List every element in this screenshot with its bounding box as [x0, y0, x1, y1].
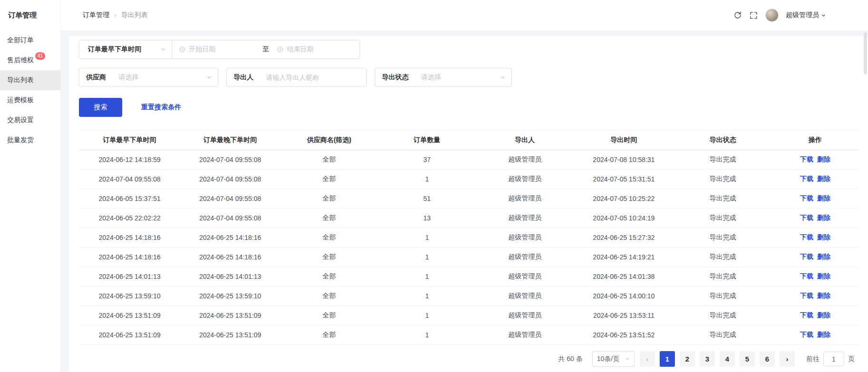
- table-cell-actions: 下载删除: [772, 286, 858, 306]
- delete-link[interactable]: 删除: [817, 331, 830, 338]
- delete-link[interactable]: 删除: [817, 175, 830, 182]
- table-cell: 37: [378, 150, 476, 170]
- search-button[interactable]: 搜索: [79, 98, 122, 117]
- page-button-5[interactable]: 5: [740, 351, 755, 367]
- sidebar-item-trade-settings[interactable]: 交易设置: [0, 110, 60, 130]
- sidebar-item-batch-shipping[interactable]: 批量发货: [0, 130, 60, 150]
- page-size-value: 10条/页: [597, 355, 619, 363]
- sidebar-item-export-list[interactable]: 导出列表: [0, 70, 60, 90]
- pagination-total: 共 60 条: [558, 355, 583, 363]
- table-row: 2024-06-25 14:01:132024-06-25 14:01:13全部…: [79, 267, 858, 286]
- delete-link[interactable]: 删除: [817, 155, 830, 163]
- fullscreen-icon[interactable]: [749, 11, 758, 20]
- table-cell: 超级管理员: [476, 150, 574, 170]
- app-root: 订单管理 全部订单 售后维权 41 导出列表 运费模板 交易设置 批量发货: [0, 0, 868, 372]
- clock-icon: [179, 46, 185, 53]
- delete-link[interactable]: 删除: [817, 311, 830, 319]
- page-button-2[interactable]: 2: [680, 351, 695, 367]
- chevron-down-icon: [160, 47, 166, 52]
- download-link[interactable]: 下载: [800, 331, 813, 338]
- table-row: 2024-06-25 14:18:162024-06-25 14:18:16全部…: [79, 228, 858, 248]
- date-range-picker[interactable]: 开始日期 至 结束日期: [172, 40, 360, 59]
- sidebar-item-label: 批量发货: [7, 136, 34, 144]
- table-cell-actions: 下载删除: [772, 170, 858, 189]
- status-filter-group: 导出状态 请选择: [375, 68, 512, 87]
- refresh-icon[interactable]: [733, 11, 742, 20]
- end-date-input[interactable]: 结束日期: [277, 45, 313, 54]
- sidebar-item-freight-template[interactable]: 运费模板: [0, 90, 60, 110]
- table-cell: 2024-06-05 22:02:22: [79, 209, 180, 228]
- download-link[interactable]: 下载: [800, 155, 813, 163]
- topbar: 订单管理 › 导出列表 超级管理员: [61, 0, 868, 30]
- table-cell: 2024-06-25 13:59:10: [180, 286, 280, 306]
- page-button-4[interactable]: 4: [720, 351, 735, 367]
- topbar-right: 超级管理员: [733, 9, 826, 22]
- table-cell: 导出完成: [674, 325, 772, 345]
- page-button-1[interactable]: 1: [660, 351, 675, 367]
- table-row: 2024-06-12 14:18:592024-07-04 09:55:08全部…: [79, 150, 858, 170]
- chevron-right-icon: ›: [786, 355, 789, 363]
- table-cell: 超级管理员: [476, 286, 574, 306]
- download-link[interactable]: 下载: [800, 175, 813, 182]
- sidebar-title: 订单管理: [0, 0, 60, 30]
- table-cell: 1: [378, 325, 476, 345]
- download-link[interactable]: 下载: [800, 214, 813, 221]
- table-cell: 2024-06-05 15:37:51: [79, 189, 180, 209]
- table-cell: 全部: [280, 209, 379, 228]
- download-link[interactable]: 下载: [800, 272, 813, 280]
- table-cell: 1: [378, 228, 476, 248]
- sidebar-item-all-orders[interactable]: 全部订单: [0, 30, 60, 50]
- breadcrumb: 订单管理 › 导出列表: [83, 11, 148, 19]
- table-cell: 2024-06-25 14:01:38: [574, 267, 674, 286]
- table-cell: 超级管理员: [476, 248, 574, 267]
- prev-page-button[interactable]: ‹: [640, 351, 655, 367]
- user-menu[interactable]: 超级管理员: [786, 11, 826, 19]
- page-button-3[interactable]: 3: [700, 351, 715, 367]
- delete-link[interactable]: 删除: [817, 214, 830, 221]
- download-link[interactable]: 下载: [800, 253, 813, 260]
- reset-filters-link[interactable]: 重置搜索条件: [141, 103, 181, 112]
- table-row: 2024-06-05 22:02:222024-07-04 09:55:08全部…: [79, 209, 858, 228]
- vertical-scrollbar[interactable]: [864, 32, 867, 74]
- pagination-bar: 共 60 条 10条/页 ‹ 1 2 3 4 5 6 › 前往: [79, 345, 858, 367]
- goto-page-input[interactable]: [823, 352, 844, 366]
- start-date-input[interactable]: 开始日期: [179, 45, 263, 54]
- time-field-select[interactable]: 订单最早下单时间: [79, 40, 172, 59]
- download-link[interactable]: 下载: [800, 311, 813, 319]
- table-header: 订单最早下单时间 订单最晚下单时间 供应商名(筛选) 订单数量 导出人 导出时间…: [79, 130, 858, 150]
- status-select[interactable]: 请选择: [415, 73, 511, 82]
- clock-icon: [277, 46, 283, 53]
- main-area: 订单管理 › 导出列表 超级管理员: [61, 0, 868, 372]
- delete-link[interactable]: 删除: [817, 272, 830, 280]
- table-cell: 51: [378, 189, 476, 209]
- delete-link[interactable]: 删除: [817, 253, 830, 260]
- user-name-label: 超级管理员: [786, 11, 819, 19]
- delete-link[interactable]: 删除: [817, 194, 830, 202]
- page-button-6[interactable]: 6: [760, 351, 775, 367]
- exporter-input[interactable]: [266, 74, 361, 81]
- table-cell: 2024-06-25 13:59:10: [79, 286, 180, 306]
- download-link[interactable]: 下载: [800, 292, 813, 299]
- delete-link[interactable]: 删除: [817, 292, 830, 299]
- supplier-select[interactable]: 请选择: [113, 73, 218, 82]
- table-row: 2024-06-05 15:37:512024-07-04 09:55:08全部…: [79, 189, 858, 209]
- table-cell-actions: 下载删除: [772, 248, 858, 267]
- table-row: 2024-06-25 14:18:162024-06-25 14:18:16全部…: [79, 248, 858, 267]
- download-link[interactable]: 下载: [800, 233, 813, 241]
- next-page-button[interactable]: ›: [780, 351, 795, 367]
- download-link[interactable]: 下载: [800, 194, 813, 202]
- user-avatar[interactable]: [765, 9, 779, 22]
- delete-link[interactable]: 删除: [817, 233, 830, 241]
- table-cell: 1: [378, 170, 476, 189]
- table-cell: 2024-07-08 10:58:31: [574, 150, 674, 170]
- table-cell: 2024-06-25 14:18:16: [79, 248, 180, 267]
- sidebar-item-aftersales[interactable]: 售后维权 41: [0, 50, 60, 70]
- table-cell-actions: 下载删除: [772, 150, 858, 170]
- column-header: 订单数量: [378, 130, 476, 150]
- table-cell-actions: 下载删除: [772, 267, 858, 286]
- table-cell: 导出完成: [674, 189, 772, 209]
- page-size-select[interactable]: 10条/页: [592, 351, 635, 367]
- status-placeholder: 请选择: [421, 73, 441, 82]
- column-header: 导出状态: [674, 130, 772, 150]
- breadcrumb-item-orders[interactable]: 订单管理: [83, 11, 109, 19]
